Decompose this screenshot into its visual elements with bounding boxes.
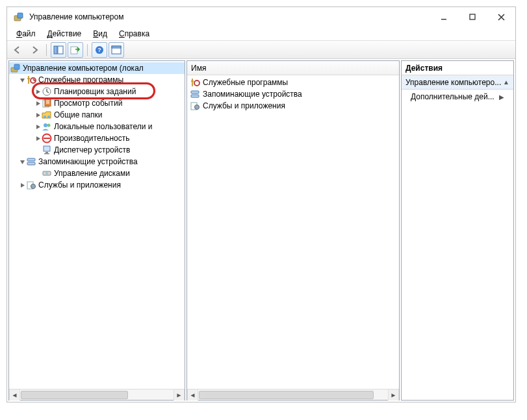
list-item[interactable]: Службы и приложения	[187, 100, 399, 112]
menu-file[interactable]: Файл	[11, 28, 41, 40]
storage-icon	[190, 89, 200, 99]
close-button[interactable]	[487, 8, 515, 26]
tree-local-users[interactable]: Локальные пользователи и	[9, 121, 185, 132]
scroll-right-icon[interactable]: ►	[174, 389, 185, 401]
expand-icon[interactable]	[34, 101, 42, 106]
toolbar-separator	[46, 44, 47, 56]
scroll-left-icon[interactable]: ◄	[187, 389, 198, 401]
tree-task-scheduler-label: Планировщик заданий	[54, 86, 136, 97]
actions-section[interactable]: Управление компьютеро... ▲	[402, 75, 513, 90]
services-icon	[190, 101, 200, 111]
list-header-name[interactable]: Имя	[187, 61, 399, 75]
menu-view[interactable]: Вид	[88, 28, 112, 40]
menu-action[interactable]: Действие	[42, 28, 87, 40]
tree-storage[interactable]: Запоминающие устройства	[9, 156, 185, 167]
users-icon	[42, 121, 52, 132]
performance-icon	[42, 133, 52, 143]
tree-shared-folders-label: Общие папки	[54, 109, 102, 121]
list-item-label: Службы и приложения	[203, 101, 285, 110]
scroll-right-icon[interactable]: ►	[388, 389, 399, 401]
device-icon	[42, 145, 52, 155]
svg-rect-5	[58, 46, 63, 54]
svg-point-28	[45, 172, 48, 175]
list-item[interactable]: Служебные программы	[187, 77, 399, 88]
tree-system-tools[interactable]: Служебные программы	[9, 74, 185, 86]
scroll-thumb[interactable]	[21, 391, 128, 399]
clock-icon	[42, 86, 52, 97]
tree-pane: Управление компьютером (локал Служебные …	[8, 60, 185, 401]
actions-section-label: Управление компьютеро...	[405, 78, 501, 87]
tree-event-viewer[interactable]: Просмотр событий	[9, 97, 185, 109]
event-icon	[42, 98, 52, 108]
titlebar: Управление компьютером	[7, 7, 515, 27]
caret-right-icon: ▶	[499, 93, 504, 101]
svg-rect-24	[44, 153, 49, 154]
toolbar-back[interactable]	[10, 42, 25, 58]
toolbar-forward[interactable]	[27, 42, 42, 58]
actions-more-label: Дополнительные дей...	[411, 92, 495, 101]
svg-rect-6	[71, 47, 77, 54]
scroll-left-icon[interactable]: ◄	[9, 389, 20, 401]
tree-root[interactable]: Управление компьютером (локал	[9, 62, 185, 74]
tree[interactable]: Управление компьютером (локал Служебные …	[9, 61, 185, 192]
svg-rect-2	[441, 19, 446, 19]
tree-root-label: Управление компьютером (локал	[23, 62, 144, 74]
tree-services-apps[interactable]: Службы и приложения	[9, 179, 185, 191]
tree-device-manager[interactable]: Диспетчер устройств	[9, 144, 185, 156]
list-item[interactable]: Запоминающие устройства	[187, 88, 399, 100]
minimize-button[interactable]	[430, 8, 458, 26]
svg-rect-1	[18, 13, 23, 18]
svg-rect-33	[191, 95, 199, 97]
svg-point-20	[47, 124, 51, 127]
svg-rect-32	[191, 91, 199, 93]
svg-rect-10	[112, 46, 121, 48]
svg-rect-4	[54, 46, 57, 54]
folder-share-icon	[42, 110, 52, 120]
svg-rect-22	[44, 146, 50, 151]
scroll-thumb[interactable]	[199, 391, 374, 399]
menu-help[interactable]: Справка	[114, 28, 155, 40]
tools-icon	[26, 75, 36, 85]
tree-performance[interactable]: Производительность	[9, 132, 185, 144]
expand-icon[interactable]	[34, 136, 42, 142]
svg-rect-16	[45, 99, 51, 106]
collapse-icon[interactable]	[18, 159, 26, 165]
tree-services-apps-label: Службы и приложения	[38, 179, 121, 191]
tree-task-scheduler[interactable]: Планировщик заданий	[9, 86, 185, 97]
svg-point-17	[44, 116, 46, 118]
svg-rect-23	[45, 152, 48, 153]
scroll-track[interactable]	[20, 390, 174, 400]
expand-icon[interactable]	[18, 182, 26, 188]
tree-system-tools-label: Служебные программы	[38, 74, 123, 86]
toolbar-pane[interactable]	[109, 42, 124, 58]
storage-icon	[26, 156, 36, 167]
toolbar-export[interactable]	[68, 42, 83, 58]
toolbar-showhide[interactable]	[51, 42, 66, 58]
horizontal-scrollbar[interactable]: ◄ ►	[9, 389, 185, 400]
maximize-button[interactable]	[458, 8, 487, 26]
tree-storage-label: Запоминающие устройства	[38, 156, 138, 167]
svg-rect-25	[27, 158, 35, 161]
scroll-track[interactable]	[198, 390, 388, 400]
tree-disk-management[interactable]: Управление дисками	[9, 167, 185, 179]
svg-point-35	[195, 105, 199, 110]
toolbar-help[interactable]: ?	[92, 42, 107, 58]
menubar: Файл Действие Вид Справка	[7, 27, 515, 41]
disk-icon	[42, 168, 52, 179]
expand-icon[interactable]	[34, 112, 42, 118]
services-icon	[26, 180, 36, 190]
horizontal-scrollbar[interactable]: ◄ ►	[187, 389, 399, 400]
list-item-label: Запоминающие устройства	[203, 90, 302, 99]
svg-point-31	[194, 80, 199, 86]
toolbar-separator	[87, 44, 88, 56]
list-pane: Имя Служебные программы	[186, 60, 400, 401]
collapse-icon[interactable]	[18, 77, 26, 83]
toolbar: ?	[7, 41, 515, 59]
tree-event-viewer-label: Просмотр событий	[54, 97, 122, 109]
actions-more[interactable]: Дополнительные дей... ▶	[402, 90, 513, 104]
expand-icon[interactable]	[34, 89, 42, 95]
expand-icon[interactable]	[34, 124, 42, 130]
caret-up-icon: ▲	[503, 79, 509, 86]
tree-shared-folders[interactable]: Общие папки	[9, 109, 185, 121]
app-icon	[14, 12, 24, 22]
